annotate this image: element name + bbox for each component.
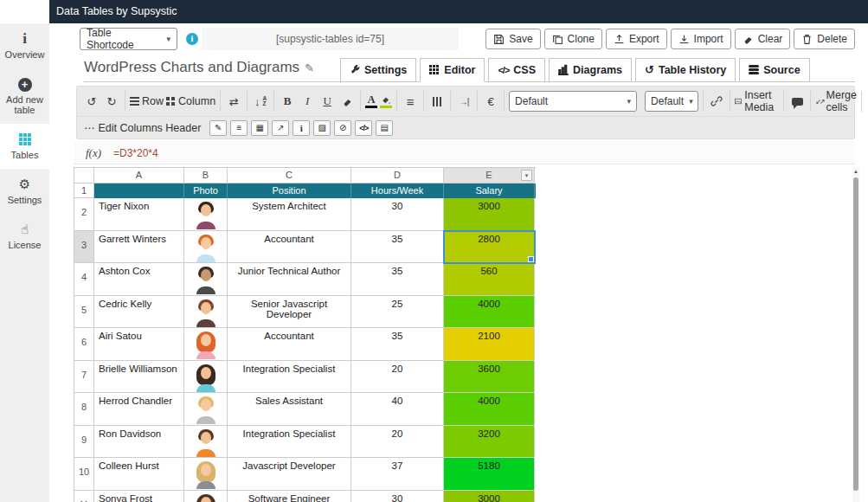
cell-photo[interactable] xyxy=(184,328,228,361)
header-cell-position[interactable]: Position xyxy=(228,183,351,198)
cell-name[interactable]: Sonya Frost xyxy=(94,491,184,502)
cell-hours[interactable]: 30 xyxy=(351,198,444,231)
cell-photo[interactable] xyxy=(184,263,228,296)
cell-salary[interactable]: 3600 xyxy=(444,361,535,394)
font-color-button[interactable]: A xyxy=(365,95,377,108)
cell-photo[interactable] xyxy=(184,426,228,459)
cell-name[interactable]: Ashton Cox xyxy=(94,263,184,296)
tab-source[interactable]: Source xyxy=(739,58,809,82)
cell-salary[interactable]: 560 xyxy=(444,263,535,296)
italic-icon[interactable]: I xyxy=(299,92,316,111)
undo-icon[interactable]: ↺ xyxy=(83,92,100,111)
cell-position[interactable]: Senior Javascript Developer xyxy=(228,296,351,329)
row-button[interactable]: Row xyxy=(130,92,164,111)
resize-button[interactable]: ↗ xyxy=(272,120,289,136)
window-button[interactable]: ▤ xyxy=(376,120,393,136)
cell-position[interactable]: Accountant xyxy=(228,328,351,361)
borders-icon[interactable] xyxy=(428,92,446,111)
currency-icon[interactable]: € xyxy=(482,92,499,111)
tab-editor[interactable]: Editor xyxy=(420,58,485,82)
indent-icon[interactable]: →| xyxy=(455,92,473,111)
cell-salary[interactable]: 3200 xyxy=(444,426,535,459)
column-button[interactable]: Column xyxy=(166,92,215,111)
cell-name[interactable]: Colleen Hurst xyxy=(94,458,184,491)
sidebar-item-tables[interactable]: Tables xyxy=(0,124,49,169)
align-icon[interactable]: ≡ xyxy=(402,92,419,111)
tab-diagrams[interactable]: Diagrams xyxy=(549,58,632,82)
cell-salary[interactable]: 3000 xyxy=(444,491,535,502)
filter-button[interactable]: ▾ xyxy=(521,170,532,181)
cell-photo[interactable] xyxy=(184,231,228,264)
column-header-a[interactable]: A xyxy=(94,168,184,183)
list-button[interactable]: ≡ xyxy=(230,120,248,136)
fill-color-button[interactable] xyxy=(380,95,392,108)
cell-photo[interactable] xyxy=(184,198,228,231)
column-header-b[interactable]: B xyxy=(184,168,228,183)
row-number[interactable]: 6 xyxy=(74,328,94,361)
calendar-button[interactable]: ▦ xyxy=(251,120,268,136)
row-number[interactable]: 8 xyxy=(74,393,94,426)
cell-salary[interactable]: 4000 xyxy=(444,393,535,426)
info-cell-button[interactable]: i xyxy=(293,120,310,136)
cell-salary[interactable]: 4000 xyxy=(444,296,535,329)
cell-name[interactable]: Tiger Nixon xyxy=(94,198,184,231)
header-cell-empty[interactable] xyxy=(94,183,184,198)
cell-name[interactable]: Airi Satou xyxy=(94,328,184,361)
font-size-select[interactable]: Default ▾ xyxy=(645,91,698,112)
row-number[interactable]: 1 xyxy=(74,183,94,198)
cell-salary[interactable]: 5180 xyxy=(444,458,535,491)
sidebar-item-add-new-table[interactable]: + Add new table xyxy=(0,68,49,124)
cell-hours[interactable]: 40 xyxy=(351,393,444,426)
format-eraser-icon[interactable] xyxy=(338,92,356,111)
cell-hours[interactable]: 35 xyxy=(351,263,444,296)
header-cell-salary[interactable]: Salary xyxy=(444,183,535,198)
redo-icon[interactable]: ↻ xyxy=(103,92,120,111)
row-number[interactable]: 4 xyxy=(74,263,94,296)
column-header-e[interactable]: E▾ xyxy=(444,168,535,183)
link-icon[interactable] xyxy=(708,92,725,111)
sidebar-item-settings[interactable]: ⚙ Settings xyxy=(0,169,49,214)
cell-photo[interactable] xyxy=(184,491,228,502)
cell-hours[interactable]: 35 xyxy=(351,231,444,264)
font-family-select[interactable]: Default ▾ xyxy=(509,91,637,112)
cell-hours[interactable]: 20 xyxy=(351,426,444,459)
vertical-scrollbar[interactable]: ▲ xyxy=(852,167,859,502)
column-header-d[interactable]: D xyxy=(351,168,444,183)
clear-button[interactable]: Clear xyxy=(735,29,791,49)
cell-hours[interactable]: 35 xyxy=(351,328,444,361)
code-cell-button[interactable]: </> xyxy=(355,120,372,136)
underline-icon[interactable]: U xyxy=(318,92,336,111)
cell-hours[interactable]: 30 xyxy=(351,491,444,502)
cell-hours[interactable]: 37 xyxy=(351,458,444,491)
header-cell-hours[interactable]: Hours/Week xyxy=(351,183,444,198)
table-shortcode-select[interactable]: Table Shortcode ▾ xyxy=(80,28,177,50)
tab-settings[interactable]: Settings xyxy=(340,58,416,82)
row-number[interactable]: 3 xyxy=(74,231,94,264)
cell-position[interactable]: Sales Assistant xyxy=(228,393,351,426)
info-circle-icon[interactable]: i xyxy=(186,33,198,45)
cell-photo[interactable] xyxy=(184,361,228,394)
cell-position[interactable]: Accountant xyxy=(228,231,351,264)
image-cell-button[interactable]: ▨ xyxy=(313,120,331,136)
cell-photo[interactable] xyxy=(184,296,228,329)
scrollbar-thumb[interactable] xyxy=(853,177,858,491)
cell-position[interactable]: System Architect xyxy=(228,198,351,231)
cell-name[interactable]: Brielle Williamson xyxy=(94,361,184,394)
cell-position[interactable]: Software Engineer xyxy=(228,491,351,502)
sidebar-item-overview[interactable]: i Overview xyxy=(0,23,49,68)
cell-position[interactable]: Javascript Developer xyxy=(228,458,351,491)
pencil-icon[interactable]: ✎ xyxy=(305,61,314,74)
cell-name[interactable]: Ron Davidson xyxy=(94,426,184,459)
cell-salary[interactable]: 3000 xyxy=(444,198,535,231)
tab-table-history[interactable]: ↺ Table History xyxy=(635,58,736,82)
cell-position[interactable]: Integration Specialist xyxy=(228,361,351,394)
row-number[interactable]: 7 xyxy=(74,361,94,394)
cell-photo[interactable] xyxy=(184,393,228,426)
clone-button[interactable]: Clone xyxy=(544,29,602,49)
merge-cells-button[interactable]: ↙↗ Merge cells xyxy=(815,92,857,111)
column-header-c[interactable]: C xyxy=(228,168,351,183)
row-number[interactable]: 5 xyxy=(74,296,94,329)
swap-columns-icon[interactable]: ⇄ xyxy=(225,92,242,111)
corner-cell[interactable] xyxy=(74,168,94,183)
import-button[interactable]: Import xyxy=(671,29,731,49)
